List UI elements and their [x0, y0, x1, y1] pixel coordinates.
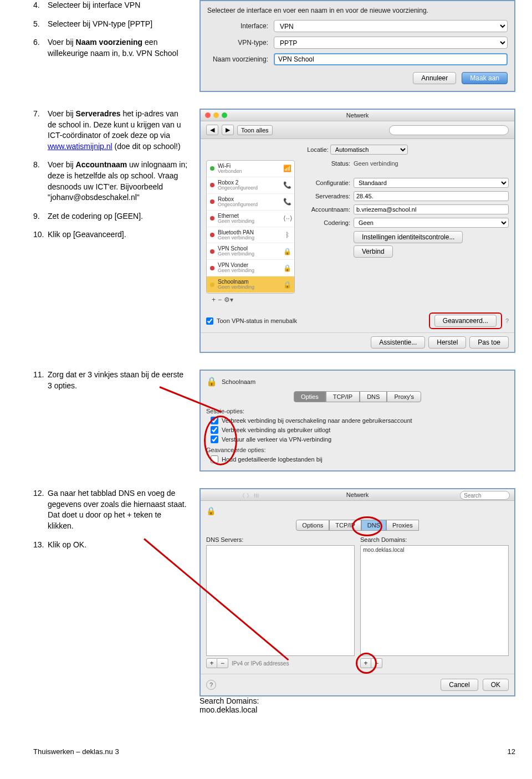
window-title: Netwerk [346, 491, 369, 498]
forward-button[interactable]: ▶ [222, 125, 234, 135]
help-icon[interactable]: ? [505, 317, 509, 324]
step-number: 12. [33, 488, 48, 531]
lock-icon: 🔒 [283, 264, 291, 272]
account-label: Accountnaam: [300, 206, 350, 213]
bt-icon: ᛒ [283, 231, 291, 239]
add-dns-button[interactable]: + [206, 658, 217, 668]
sidebar-item-wi-fi[interactable]: Wi-FiVerbonden📶 [207, 161, 294, 177]
phone-icon: 📞 [283, 181, 291, 189]
instructions-block-3: 11. Zorg dat er 3 vinkjes staan bij de e… [33, 370, 188, 399]
location-select[interactable]: Automatisch [330, 145, 408, 155]
tab-dns[interactable]: DNS [361, 520, 386, 531]
search-input[interactable] [460, 491, 510, 500]
services-sidebar: Wi-FiVerbonden📶Robox 2Ongeconfigureerd📞R… [206, 160, 295, 294]
cancel-button[interactable]: Annuleer [413, 72, 456, 84]
dns-servers-list[interactable] [206, 545, 355, 656]
sidebar-item-vpn-vonder[interactable]: VPN VonderGeen verbinding🔒 [207, 260, 294, 276]
help-button[interactable]: ? [206, 680, 216, 690]
service-status: Geen verbinding [218, 268, 280, 274]
step-10: 10. Klik op [Geavanceerd]. [33, 229, 188, 240]
screenshot-dns-tab: 〈 〉 ⁝⁝⁝ Netwerk 🔒 Options TCP/IP DNS Pro… [200, 488, 515, 696]
disconnect-switch-user-checkbox[interactable] [211, 417, 218, 424]
vpn-type-select[interactable]: PPTP [274, 37, 508, 49]
service-status: Geen verbinding [218, 235, 280, 241]
status-dot-icon [210, 266, 214, 270]
minimize-icon[interactable] [213, 112, 219, 118]
search-domains-list[interactable]: moo.deklas.local [360, 545, 509, 656]
zoom-icon[interactable] [222, 112, 227, 118]
watismijnip-link[interactable]: www.watismijnip.nl [48, 142, 112, 151]
show-all-button[interactable]: Toon alles [237, 125, 273, 135]
send-all-traffic-checkbox[interactable] [211, 435, 218, 443]
sidebar-item-bluetooth-pan[interactable]: Bluetooth PANGeen verbindingᛒ [207, 227, 294, 244]
wifi-icon: 📶 [283, 165, 291, 172]
service-action-button[interactable]: ⚙▾ [224, 296, 233, 304]
search-input[interactable] [389, 125, 509, 135]
detailed-logs-checkbox[interactable] [211, 455, 218, 463]
revert-button[interactable]: Herstel [428, 336, 466, 348]
location-row: Locatie: Automatisch [201, 139, 514, 160]
status-dot-icon [210, 283, 214, 287]
dialog-intro: Selecteer de interface en voer een naam … [207, 7, 508, 14]
step-number: 6. [33, 37, 48, 59]
disconnect-logout-checkbox[interactable] [211, 426, 218, 434]
step-number: 10. [33, 229, 48, 240]
step-12: 12. Ga naar het tabblad DNS en voeg de g… [33, 488, 188, 531]
step-number: 9. [33, 211, 48, 222]
remove-domain-button[interactable]: − [371, 658, 382, 668]
back-button[interactable]: ◀ [206, 125, 218, 135]
instructions-block-4: 12. Ga naar het tabblad DNS en voeg de g… [33, 488, 188, 558]
traffic-lights[interactable] [205, 112, 227, 118]
add-service-button[interactable]: + [212, 296, 216, 304]
step-6: 6. Voer bij Naam voorziening een willeke… [33, 37, 188, 59]
interface-select[interactable]: VPN [274, 20, 508, 32]
ipv-note: IPv4 or IPv6 addresses [232, 660, 289, 667]
search-domains-callout: Search Domains: moo.deklas.local [200, 696, 515, 714]
tab-dns[interactable]: DNS [360, 391, 387, 402]
connect-button[interactable]: Verbind [354, 245, 393, 258]
tab-options[interactable]: Options [296, 520, 329, 531]
step-text: Klik op [Geavanceerd]. [48, 229, 188, 240]
tab-tcpip[interactable]: TCP/IP [326, 391, 360, 402]
service-name: Bluetooth PAN [218, 229, 280, 235]
cancel-button[interactable]: Cancel [441, 679, 478, 691]
step-text: Zet de codering op [GEEN]. [48, 211, 188, 222]
server-input[interactable] [354, 191, 509, 201]
tab-proxies[interactable]: Proxy's [387, 391, 421, 402]
remove-dns-button[interactable]: − [217, 658, 228, 668]
advanced-button[interactable]: Geavanceerd... [434, 315, 497, 327]
sidebar-item-schoolnaam[interactable]: SchoolnaamGeen verbinding🔒 [207, 276, 294, 293]
account-input[interactable] [354, 204, 509, 214]
tab-tcpip[interactable]: TCP/IP [329, 520, 361, 531]
status-dot-icon [210, 233, 214, 237]
add-domain-button[interactable]: + [360, 658, 371, 668]
tab-options[interactable]: Opties [294, 391, 326, 402]
step-number: 7. [33, 109, 48, 152]
footer-left: Thuiswerken – deklas.nu 3 [33, 747, 119, 756]
footer-page-number: 12 [508, 747, 515, 756]
apply-button[interactable]: Pas toe [469, 336, 509, 348]
encoding-select[interactable]: Geen [354, 218, 509, 228]
config-select[interactable]: Standaard [354, 178, 509, 188]
sidebar-item-robox[interactable]: RoboxOngeconfigureerd📞 [207, 194, 294, 211]
service-name-label: Schoolnaam [222, 378, 255, 385]
create-button[interactable]: Maak aan [462, 72, 508, 84]
assist-button[interactable]: Assistentie... [371, 336, 425, 348]
tab-proxies[interactable]: Proxies [386, 520, 419, 531]
identity-settings-button[interactable]: Instellingen identiteitscontrole... [354, 231, 463, 243]
location-label: Locatie: [307, 146, 329, 153]
eth-icon: ⟨··⟩ [283, 214, 291, 222]
service-detail: Status:Geen verbinding Configuratie:Stan… [300, 160, 509, 306]
phone-icon: 📞 [283, 198, 291, 206]
service-name-input[interactable] [274, 53, 508, 65]
lock-icon: 🔒 [283, 248, 291, 255]
remove-service-button[interactable]: − [218, 296, 222, 304]
step-number: 8. [33, 160, 48, 203]
sidebar-item-ethernet[interactable]: EthernetGeen verbinding⟨··⟩ [207, 211, 294, 227]
step-9: 9. Zet de codering op [GEEN]. [33, 211, 188, 222]
close-icon[interactable] [205, 112, 211, 118]
ok-button[interactable]: OK [483, 679, 509, 691]
sidebar-item-robox-2[interactable]: Robox 2Ongeconfigureerd📞 [207, 177, 294, 194]
sidebar-item-vpn-school[interactable]: VPN SchoolGeen verbinding🔒 [207, 243, 294, 260]
show-vpn-status-checkbox[interactable] [206, 317, 213, 325]
